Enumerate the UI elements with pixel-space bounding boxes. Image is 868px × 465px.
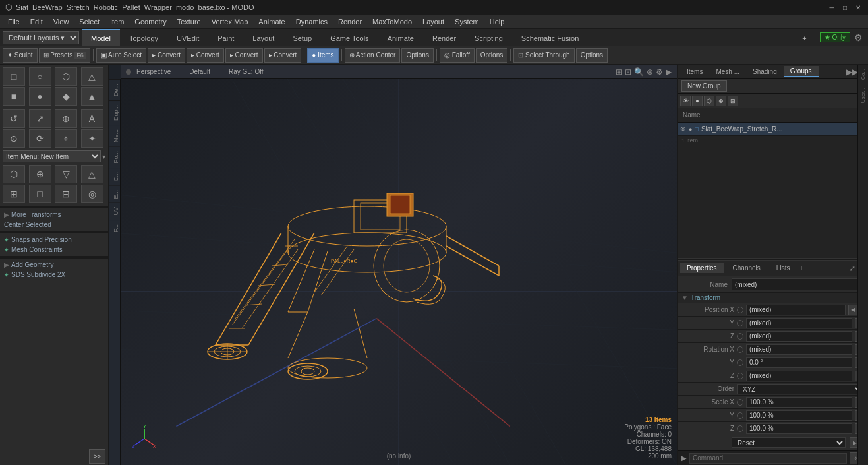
tab-add[interactable]: +	[793, 29, 815, 46]
viewport-canvas[interactable]: PALL●R●C 13 Items Polygons : Face Channe…	[121, 79, 677, 465]
tool-plus[interactable]: ⊕	[29, 165, 51, 183]
rot-z-input[interactable]	[746, 371, 852, 381]
tool-hex[interactable]: ⬡	[55, 67, 77, 86]
props-tab-lists[interactable]: Lists	[770, 263, 797, 273]
pos-x-radio[interactable]	[737, 307, 743, 313]
close-button[interactable]: ✕	[854, 3, 863, 12]
tab-game-tools[interactable]: Game Tools	[321, 29, 378, 46]
layout-select[interactable]: Default Layouts ▾	[3, 31, 79, 44]
tool-crosshair[interactable]: ⌖	[55, 129, 77, 148]
viewport-icon-grid[interactable]: ⊞	[616, 67, 622, 77]
snaps-link[interactable]: ✦ Snaps and Precision	[0, 235, 108, 245]
menu-select[interactable]: Select	[74, 16, 105, 27]
mesh-constraints-link[interactable]: ✦ Mesh Constraints	[0, 245, 108, 255]
options-button-2[interactable]: Options	[476, 48, 507, 63]
rot-x-input[interactable]	[746, 344, 852, 355]
groups-plus-icon[interactable]: ⊕	[716, 96, 726, 106]
menu-dynamics[interactable]: Dynamics	[291, 16, 333, 27]
side-tab-me[interactable]: Me...	[109, 125, 120, 146]
tool-tri[interactable]: △	[81, 67, 103, 86]
tool-circle[interactable]: ●	[29, 87, 51, 106]
scale-x-radio[interactable]	[737, 399, 743, 406]
convert-button-2[interactable]: ▸ Convert	[187, 48, 224, 63]
menu-layout[interactable]: Layout	[417, 16, 449, 27]
viewport[interactable]: De... Dup... Me... Po... C... E... UV F.…	[109, 65, 677, 465]
side-tab-dup[interactable]: Dup...	[109, 100, 120, 125]
right-tab-shading[interactable]: Shading	[746, 67, 784, 77]
tab-model[interactable]: Model	[82, 29, 120, 46]
tab-setup[interactable]: Setup	[283, 29, 321, 46]
reset-select[interactable]: Reset	[732, 437, 846, 448]
options-button-1[interactable]: Options	[401, 48, 433, 63]
command-input[interactable]	[689, 453, 847, 464]
rot-y-radio[interactable]	[737, 359, 743, 366]
order-select[interactable]: XYZ	[737, 384, 864, 394]
tool-diamond[interactable]: ◆	[55, 87, 77, 106]
tool-box[interactable]: □	[3, 67, 25, 86]
tab-scripting[interactable]: Scripting	[465, 29, 512, 46]
menu-edit[interactable]: Edit	[25, 16, 48, 27]
viewport-icon-gear[interactable]: ⚙	[656, 67, 663, 77]
groups-hex-icon[interactable]: ⬡	[704, 96, 714, 106]
rot-z-radio[interactable]	[737, 373, 743, 379]
tool-cone[interactable]: ▲	[81, 87, 103, 106]
sculpt-button[interactable]: ✦ Sculpt	[3, 48, 38, 63]
only-badge[interactable]: ★ Only	[820, 32, 850, 42]
tab-topology[interactable]: Topology	[120, 29, 167, 46]
select-through-button[interactable]: ⊡ Select Through	[513, 48, 574, 63]
sds-subdivide-link[interactable]: ✦ SDS Subdivide 2X	[0, 270, 108, 280]
center-selected-link[interactable]: Center Selected	[0, 220, 108, 230]
minimize-button[interactable]: ─	[827, 3, 836, 12]
rot-y-input[interactable]	[746, 357, 852, 368]
side-tab-c[interactable]: C...	[109, 168, 120, 185]
scale-y-input[interactable]	[746, 410, 852, 421]
pos-y-input[interactable]	[746, 318, 852, 328]
group-item-0[interactable]: 👁 ● □ Siat_BeeWrap_Stretch_R...	[678, 123, 868, 136]
tool-text[interactable]: A	[81, 109, 103, 128]
menu-view[interactable]: View	[48, 16, 74, 27]
side-tab-f[interactable]: F...	[109, 220, 120, 236]
viewport-icon-expand[interactable]: ▶	[666, 67, 672, 77]
tool-tri-up[interactable]: △	[81, 165, 103, 183]
tab-render[interactable]: Render	[423, 29, 465, 46]
settings-icon[interactable]: ⚙	[854, 32, 863, 43]
tab-animate[interactable]: Animate	[378, 29, 423, 46]
right-tab-items[interactable]: Items	[680, 67, 709, 77]
props-tab-properties[interactable]: Properties	[680, 263, 724, 273]
menu-texture[interactable]: Texture	[172, 16, 206, 27]
right-side-tab-user[interactable]: User...	[859, 84, 867, 107]
pos-z-input[interactable]	[746, 331, 852, 342]
presets-button[interactable]: ⊞ Presets F6	[39, 48, 90, 63]
menu-render[interactable]: Render	[333, 16, 367, 27]
menu-help[interactable]: Help	[484, 16, 510, 27]
props-tab-channels[interactable]: Channels	[726, 263, 767, 273]
tab-layout[interactable]: Layout	[243, 29, 283, 46]
right-side-tab-go[interactable]: Go...	[859, 65, 867, 84]
tool-refresh[interactable]: ⟳	[29, 129, 51, 148]
menu-animate[interactable]: Animate	[253, 16, 290, 27]
menu-maxtomodo[interactable]: MaxToModo	[367, 16, 417, 27]
tool-tri-down[interactable]: ▽	[55, 165, 77, 183]
tool-star[interactable]: ✦	[81, 129, 103, 148]
options-button-3[interactable]: Options	[576, 48, 608, 63]
scale-z-input[interactable]	[746, 423, 852, 434]
pos-z-radio[interactable]	[737, 333, 743, 340]
props-expand-icon[interactable]: ⤢	[849, 264, 855, 273]
menu-geometry[interactable]: Geometry	[129, 16, 171, 27]
tool-hex2[interactable]: ⬡	[3, 165, 25, 183]
tool-grid[interactable]: ⊞	[3, 185, 25, 203]
scale-x-input[interactable]	[746, 397, 852, 408]
props-tab-add[interactable]: +	[799, 264, 803, 273]
pos-y-radio[interactable]	[737, 320, 743, 326]
tool-scale[interactable]: ⤢	[29, 109, 51, 128]
viewport-icon-select[interactable]: ⊡	[625, 67, 631, 77]
new-group-button[interactable]: New Group	[681, 80, 727, 92]
viewport-icon-search[interactable]: 🔍	[634, 67, 644, 77]
more-transforms-link[interactable]: ▶ More Transforms	[0, 210, 108, 220]
menu-file[interactable]: File	[3, 16, 25, 27]
add-geometry-link[interactable]: ▶ Add Geometry	[0, 260, 108, 270]
menu-vertex-map[interactable]: Vertex Map	[206, 16, 254, 27]
right-tab-mesh[interactable]: Mesh ...	[709, 67, 746, 77]
tab-paint[interactable]: Paint	[208, 29, 243, 46]
tool-rotate[interactable]: ↺	[3, 109, 25, 128]
